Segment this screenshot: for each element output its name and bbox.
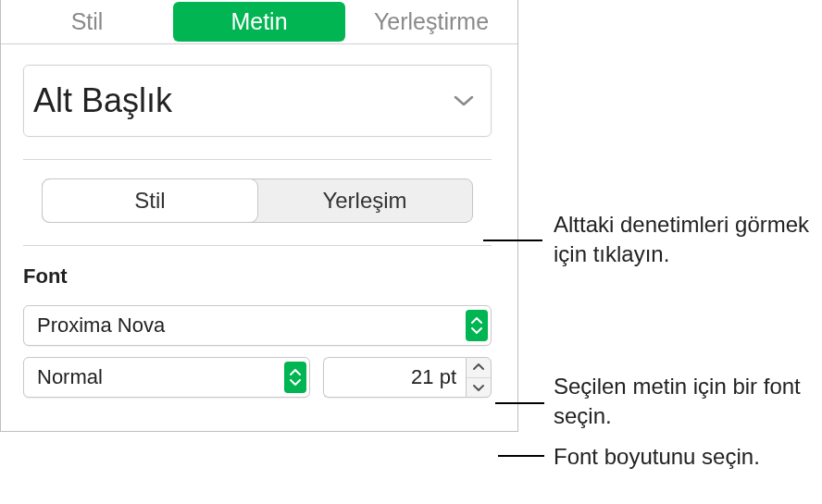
tab-yerlestirme-label: Yerleştirme bbox=[374, 8, 489, 35]
font-size-decrease[interactable] bbox=[467, 378, 491, 398]
segmented-stil-label: Stil bbox=[134, 188, 165, 214]
font-family-select[interactable]: Proxima Nova bbox=[23, 305, 492, 346]
font-size-input[interactable]: 21 pt bbox=[323, 357, 466, 398]
top-tabs: Stil Metin Yerleştirme bbox=[1, 0, 517, 44]
tab-metin-label: Metin bbox=[230, 8, 287, 35]
updown-icon bbox=[284, 362, 306, 393]
divider bbox=[23, 159, 492, 160]
font-size-group: 21 pt bbox=[323, 357, 492, 398]
font-heading: Font bbox=[23, 264, 492, 289]
segmented-control: Stil Yerleşim bbox=[42, 178, 473, 223]
font-size-stepper bbox=[466, 357, 492, 398]
format-panel: Stil Metin Yerleştirme Alt Başlık Stil Y… bbox=[0, 0, 518, 432]
paragraph-style-select[interactable]: Alt Başlık bbox=[23, 65, 492, 137]
font-weight-select[interactable]: Normal bbox=[23, 357, 310, 398]
segmented-yerlesim-label: Yerleşim bbox=[322, 188, 406, 214]
font-size-value: 21 pt bbox=[411, 365, 456, 389]
divider bbox=[23, 245, 492, 246]
tab-yerlestirme[interactable]: Yerleştirme bbox=[345, 0, 517, 43]
callout-segmented: Alttaki denetimleri görmek için tıklayın… bbox=[554, 210, 813, 270]
tab-metin[interactable]: Metin bbox=[173, 2, 345, 42]
paragraph-style-label: Alt Başlık bbox=[33, 81, 172, 120]
segmented-stil[interactable]: Stil bbox=[43, 179, 257, 222]
updown-icon bbox=[466, 310, 488, 341]
font-size-increase[interactable] bbox=[467, 358, 491, 378]
callout-size: Font boyutunu seçin. bbox=[554, 442, 822, 472]
segmented-yerlesim[interactable]: Yerleşim bbox=[257, 179, 472, 222]
font-family-label: Proxima Nova bbox=[37, 313, 165, 338]
font-weight-label: Normal bbox=[37, 365, 103, 389]
callout-line bbox=[498, 455, 544, 457]
panel-content: Alt Başlık Stil Yerleşim Font Proxima No… bbox=[1, 44, 517, 431]
callout-family: Seçilen metin için bir font seçin. bbox=[554, 372, 813, 432]
callout-line bbox=[483, 240, 542, 241]
tab-stil-label: Stil bbox=[71, 8, 104, 35]
tab-stil[interactable]: Stil bbox=[1, 0, 173, 43]
chevron-down-icon bbox=[454, 94, 474, 107]
callout-line bbox=[495, 402, 544, 404]
